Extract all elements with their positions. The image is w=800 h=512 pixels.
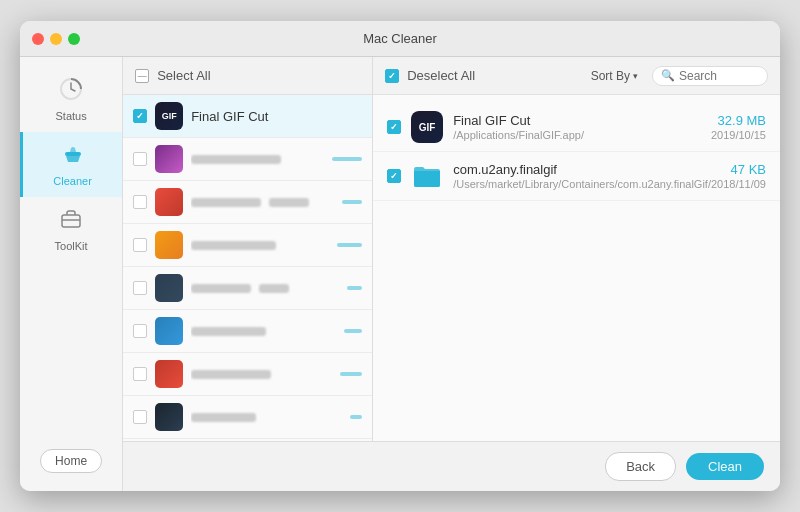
main-content: Status Cleaner	[20, 57, 780, 491]
app-name-7	[191, 367, 336, 382]
list-item[interactable]: ✓ GIF Final GIF Cut	[123, 95, 372, 138]
svg-rect-1	[62, 215, 80, 227]
app-checkbox-6[interactable]	[133, 324, 147, 338]
sidebar-item-cleaner-label: Cleaner	[53, 175, 92, 187]
sidebar-item-status-label: Status	[55, 110, 86, 122]
file-date-2: 2018/11/09	[711, 178, 766, 190]
svg-rect-0	[65, 152, 81, 156]
file-size-1: 32.9 MB	[711, 113, 766, 128]
bottom-bar: Back Clean	[123, 441, 780, 491]
sidebar-item-status[interactable]: Status	[20, 67, 122, 132]
app-checkbox-7[interactable]	[133, 367, 147, 381]
app-checkbox-4[interactable]	[133, 238, 147, 252]
right-panel: ✓ Deselect All Sort By ▾ 🔍	[373, 57, 780, 441]
app-name-5	[191, 281, 343, 296]
file-checkbox-1[interactable]: ✓	[387, 120, 401, 134]
list-item[interactable]	[123, 396, 372, 439]
chevron-down-icon: ▾	[633, 71, 638, 81]
status-icon	[59, 77, 83, 107]
app-name-1: Final GIF Cut	[191, 109, 362, 124]
file-meta-2: 47 KB 2018/11/09	[711, 162, 766, 190]
right-panel-header: ✓ Deselect All Sort By ▾ 🔍	[373, 57, 780, 95]
deselect-all-checkbox[interactable]: ✓	[385, 69, 399, 83]
search-icon: 🔍	[661, 69, 675, 82]
window-title: Mac Cleaner	[363, 31, 437, 46]
app-checkbox-1[interactable]: ✓	[133, 109, 147, 123]
app-name-8	[191, 410, 346, 425]
file-name-2: com.u2any.finalgif	[453, 162, 711, 177]
app-name-4	[191, 238, 333, 253]
maximize-button[interactable]	[68, 33, 80, 45]
app-icon-5	[155, 274, 183, 302]
app-size-bar-2	[332, 157, 362, 161]
app-icon-3	[155, 188, 183, 216]
app-list: ✓ GIF Final GIF Cut	[123, 95, 372, 441]
file-meta-1: 32.9 MB 2019/10/15	[711, 113, 766, 141]
cleaner-icon	[61, 142, 85, 172]
title-bar: Mac Cleaner	[20, 21, 780, 57]
file-icon-1: GIF	[411, 111, 443, 143]
sidebar-item-toolkit[interactable]: ToolKit	[20, 197, 122, 262]
app-size-bar-5	[347, 286, 362, 290]
app-checkbox-2[interactable]	[133, 152, 147, 166]
traffic-lights	[32, 33, 80, 45]
home-button[interactable]: Home	[40, 449, 102, 473]
app-icon-8	[155, 403, 183, 431]
close-button[interactable]	[32, 33, 44, 45]
left-panel-header: — Select All	[123, 57, 372, 95]
back-button[interactable]: Back	[605, 452, 676, 481]
app-checkbox-3[interactable]	[133, 195, 147, 209]
file-size-2: 47 KB	[711, 162, 766, 177]
file-path-2: /Users/market/Library/Containers/com.u2a…	[453, 178, 711, 190]
app-size-bar-8	[350, 415, 362, 419]
list-item[interactable]	[123, 310, 372, 353]
app-size-bar-6	[344, 329, 362, 333]
file-name-1: Final GIF Cut	[453, 113, 711, 128]
app-icon-4	[155, 231, 183, 259]
app-icon-6	[155, 317, 183, 345]
main-window: Mac Cleaner Status	[20, 21, 780, 491]
list-item[interactable]	[123, 224, 372, 267]
app-icon-2	[155, 145, 183, 173]
search-input[interactable]	[679, 69, 759, 83]
app-size-bar-4	[337, 243, 362, 247]
list-item[interactable]	[123, 138, 372, 181]
file-path-1: /Applications/FinalGIF.app/	[453, 129, 711, 141]
file-item[interactable]: ✓ GIF Final GIF Cut /Applications/FinalG…	[373, 103, 780, 152]
app-size-bar-7	[340, 372, 362, 376]
file-date-1: 2019/10/15	[711, 129, 766, 141]
content-area: — Select All ✓ GIF Final GIF Cut	[123, 57, 780, 491]
app-icon-1: GIF	[155, 102, 183, 130]
minimize-button[interactable]	[50, 33, 62, 45]
file-info-1: Final GIF Cut /Applications/FinalGIF.app…	[453, 113, 711, 141]
list-item[interactable]	[123, 353, 372, 396]
app-icon-7	[155, 360, 183, 388]
toolkit-icon	[59, 207, 83, 237]
app-name-6	[191, 324, 340, 339]
sidebar-item-toolkit-label: ToolKit	[55, 240, 88, 252]
sort-by-label: Sort By	[591, 69, 630, 83]
search-box: 🔍	[652, 66, 768, 86]
file-icon-2	[411, 160, 443, 192]
sidebar-item-cleaner[interactable]: Cleaner	[20, 132, 122, 197]
file-checkbox-2[interactable]: ✓	[387, 169, 401, 183]
list-item[interactable]	[123, 267, 372, 310]
sort-by-button[interactable]: Sort By ▾	[585, 66, 644, 86]
app-name-3	[191, 195, 338, 210]
file-list: ✓ GIF Final GIF Cut /Applications/FinalG…	[373, 95, 780, 441]
app-checkbox-8[interactable]	[133, 410, 147, 424]
left-panel: — Select All ✓ GIF Final GIF Cut	[123, 57, 373, 441]
sidebar: Status Cleaner	[20, 57, 123, 491]
select-all-checkbox[interactable]: —	[135, 69, 149, 83]
clean-button[interactable]: Clean	[686, 453, 764, 480]
panels: — Select All ✓ GIF Final GIF Cut	[123, 57, 780, 441]
app-size-bar-3	[342, 200, 362, 204]
file-info-2: com.u2any.finalgif /Users/market/Library…	[453, 162, 711, 190]
app-checkbox-5[interactable]	[133, 281, 147, 295]
deselect-all-label: Deselect All	[407, 68, 576, 83]
list-item[interactable]	[123, 181, 372, 224]
select-all-label: Select All	[157, 68, 210, 83]
file-item[interactable]: ✓ com.u2any.finalgif /Users/market/L	[373, 152, 780, 201]
app-name-2	[191, 152, 328, 167]
